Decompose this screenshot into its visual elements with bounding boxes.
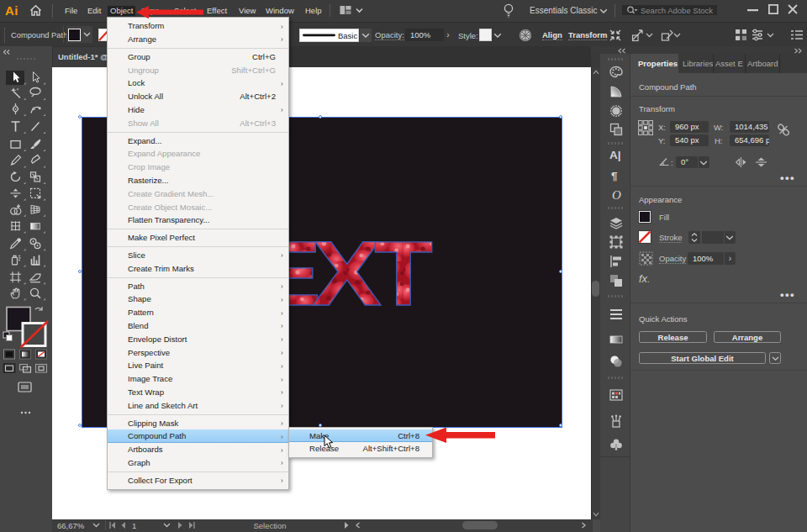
svg-text:X: X: [312, 222, 382, 324]
svg-text:T: T: [374, 222, 433, 324]
